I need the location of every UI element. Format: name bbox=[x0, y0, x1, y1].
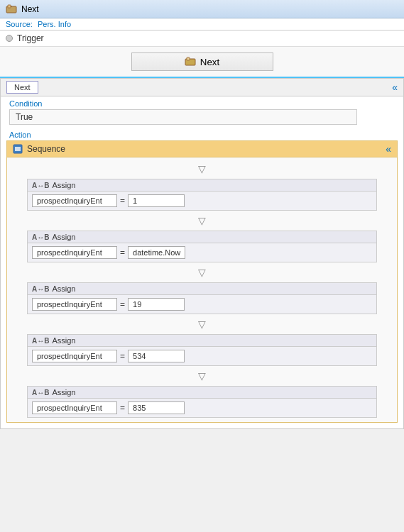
next-btn-icon bbox=[185, 56, 196, 67]
assign-icon-3: A↔B bbox=[32, 285, 49, 293]
assign-block-3: A↔B Assign prospectInquiryEnt = 19 bbox=[27, 282, 377, 314]
assign-icon-4: A↔B bbox=[32, 337, 49, 345]
assign-icon-1: A↔B bbox=[32, 182, 49, 189]
assign-field-1: prospectInquiryEnt bbox=[32, 194, 117, 207]
sequence-title: Sequence bbox=[13, 144, 65, 154]
assign-block-1: A↔B Assign prospectInquiryEnt = 1 bbox=[27, 179, 377, 211]
assign-eq-5: = bbox=[120, 403, 125, 413]
assign-icon-2: A↔B bbox=[32, 233, 49, 241]
assign-body-4: prospectInquiryEnt = 534 bbox=[28, 347, 376, 365]
assign-header-2: A↔B Assign bbox=[28, 231, 376, 243]
assign-eq-2: = bbox=[120, 248, 125, 257]
assign-body-3: prospectInquiryEnt = 19 bbox=[28, 295, 376, 314]
trigger-section: Trigger bbox=[0, 31, 404, 47]
condition-label: Condition bbox=[9, 99, 395, 108]
assign-value-4: 534 bbox=[128, 350, 185, 362]
assign-field-4: prospectInquiryEnt bbox=[32, 350, 117, 362]
assign-eq-1: = bbox=[120, 196, 125, 206]
arrow-1: ▽ bbox=[13, 160, 391, 177]
assign-label-2: Assign bbox=[52, 233, 75, 241]
assign-value-1: 1 bbox=[128, 194, 185, 207]
arrow-2: ▽ bbox=[13, 212, 391, 229]
source-bar: Source: Pers. Info bbox=[0, 18, 404, 31]
arrow-5: ▽ bbox=[13, 367, 391, 384]
arrow-3: ▽ bbox=[13, 264, 391, 281]
panel-header: Next « bbox=[1, 79, 403, 96]
assign-header-4: A↔B Assign bbox=[28, 335, 376, 347]
collapse-panel-button[interactable]: « bbox=[392, 82, 398, 92]
condition-value: True bbox=[9, 109, 357, 125]
sequence-container: Sequence « ▽ A↔B Assign prospectInquiryE… bbox=[6, 140, 398, 423]
condition-section: Condition True bbox=[1, 96, 403, 128]
assign-icon-5: A↔B bbox=[32, 389, 49, 397]
sequence-header: Sequence « bbox=[7, 141, 397, 157]
assign-eq-4: = bbox=[120, 351, 125, 361]
next-button-area: Next bbox=[0, 47, 404, 78]
assign-body-1: prospectInquiryEnt = 1 bbox=[28, 192, 376, 210]
assign-label-5: Assign bbox=[52, 388, 75, 397]
assign-field-5: prospectInquiryEnt bbox=[32, 401, 117, 414]
assign-label-1: Assign bbox=[52, 181, 75, 189]
action-label: Action bbox=[1, 128, 403, 140]
assign-field-3: prospectInquiryEnt bbox=[32, 298, 117, 311]
next-tag: Next bbox=[6, 81, 38, 94]
sequence-icon bbox=[13, 144, 23, 154]
assign-field-2: prospectInquiryEnt bbox=[32, 246, 117, 259]
source-link[interactable]: Pers. Info bbox=[38, 20, 71, 28]
assign-body-5: prospectInquiryEnt = 835 bbox=[28, 399, 376, 417]
assign-value-5: 835 bbox=[128, 401, 185, 414]
trigger-dot bbox=[6, 35, 13, 42]
next-button-label: Next bbox=[200, 57, 219, 67]
assign-header-3: A↔B Assign bbox=[28, 283, 376, 295]
assign-eq-3: = bbox=[120, 299, 125, 309]
assign-header-5: A↔B Assign bbox=[28, 387, 376, 399]
assign-body-2: prospectInquiryEnt = datetime.Now bbox=[28, 243, 376, 262]
app-window: Next Source: Pers. Info Trigger Next Nex… bbox=[0, 0, 404, 429]
sequence-body: ▽ A↔B Assign prospectInquiryEnt = 1 ▽ bbox=[7, 157, 397, 422]
assign-label-3: Assign bbox=[52, 284, 75, 293]
assign-block-4: A↔B Assign prospectInquiryEnt = 534 bbox=[27, 334, 377, 366]
next-button[interactable]: Next bbox=[131, 52, 273, 71]
title-bar: Next bbox=[0, 0, 404, 18]
svg-rect-1 bbox=[8, 5, 11, 8]
source-label: Source: bbox=[6, 20, 33, 28]
svg-rect-4 bbox=[187, 57, 190, 60]
main-panel: Next « Condition True Action Seq bbox=[0, 78, 404, 429]
workflow-icon bbox=[6, 4, 17, 15]
assign-block-5: A↔B Assign prospectInquiryEnt = 835 bbox=[27, 386, 377, 418]
assign-value-3: 19 bbox=[128, 298, 185, 311]
assign-block-2: A↔B Assign prospectInquiryEnt = datetime… bbox=[27, 231, 377, 262]
collapse-sequence-button[interactable]: « bbox=[386, 144, 391, 154]
assign-label-4: Assign bbox=[52, 336, 75, 345]
window-title: Next bbox=[21, 4, 39, 14]
assign-header-1: A↔B Assign bbox=[28, 179, 376, 192]
sequence-title-label: Sequence bbox=[27, 144, 65, 154]
assign-value-2: datetime.Now bbox=[128, 246, 185, 259]
arrow-4: ▽ bbox=[13, 316, 391, 333]
trigger-label: Trigger bbox=[17, 33, 44, 43]
